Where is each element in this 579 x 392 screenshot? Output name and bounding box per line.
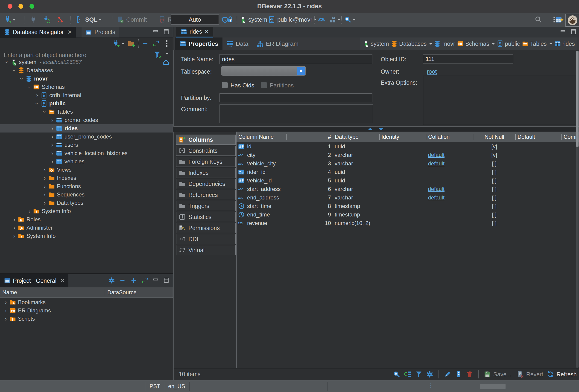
active-schema-select[interactable]: public@movr: [268, 16, 316, 23]
collation-default-link[interactable]: default: [428, 160, 444, 167]
save-label[interactable]: Save ...: [493, 371, 513, 378]
filter-icon[interactable]: [154, 50, 162, 59]
view-menu-icon[interactable]: [163, 40, 170, 47]
has-oids-checkbox[interactable]: [222, 82, 228, 88]
grid-column-header-identity[interactable]: Identity: [379, 134, 426, 140]
status-grip-icon[interactable]: ⋮: [428, 382, 434, 389]
editor-tab-rides[interactable]: rides ✕: [176, 27, 213, 38]
breadcrumb-public[interactable]: public: [497, 40, 520, 47]
user-profile-button[interactable]: [565, 14, 579, 27]
chevron-right-icon[interactable]: ›: [11, 224, 18, 231]
chevron-right-icon[interactable]: ›: [11, 232, 18, 239]
chevron-right-icon[interactable]: ›: [49, 158, 56, 165]
breadcrumb-databases[interactable]: Databases: [391, 40, 432, 47]
grid-row-end-time[interactable]: end_time9timestamp[ ]: [236, 210, 579, 219]
sql-editor-button[interactable]: SQL: [76, 16, 102, 23]
grid-row-rider-id[interactable]: rider_id4uuid[ ]: [236, 168, 579, 176]
project-item-bookmarks[interactable]: ›Bookmarks: [0, 298, 173, 306]
collation-default-link[interactable]: default: [428, 194, 444, 201]
compile-button[interactable]: [329, 16, 340, 23]
link-with-editor-icon[interactable]: [152, 40, 160, 47]
connect-button[interactable]: [29, 16, 37, 23]
breadcrumb-movr[interactable]: movr: [434, 40, 455, 47]
chevron-right-icon[interactable]: ›: [49, 133, 56, 140]
chevron-down-icon[interactable]: ›: [34, 100, 41, 107]
tree-item-system-info[interactable]: ›System Info: [0, 207, 173, 215]
tab-projects[interactable]: Projects: [81, 27, 119, 38]
grid-column-header--[interactable]: #: [286, 134, 333, 140]
table-name-input[interactable]: [219, 54, 372, 64]
tree-item-roles[interactable]: ›Roles: [0, 215, 173, 224]
tablespace-select[interactable]: [221, 66, 306, 76]
grid-column-header-not-null[interactable]: Not Null: [473, 134, 515, 140]
grid-column-header-collation[interactable]: Collation: [426, 134, 473, 140]
new-connection-icon[interactable]: [112, 40, 120, 47]
chevron-right-icon[interactable]: ›: [26, 208, 33, 215]
tree-item-system[interactable]: ›system- localhost:26257: [0, 58, 173, 66]
chevron-down-icon[interactable]: [166, 53, 169, 56]
subtab-properties[interactable]: Properties: [175, 38, 222, 50]
grid-row-vehicle-id[interactable]: vehicle_id5uuid[ ]: [236, 176, 579, 185]
extra-options-textarea[interactable]: [423, 76, 576, 125]
grid-column-header-column-name[interactable]: Column Name: [236, 134, 286, 140]
partition-by-input[interactable]: [219, 93, 372, 102]
chevron-down-icon[interactable]: [492, 43, 495, 46]
side-tab-foreign-keys[interactable]: Foreign Keys: [176, 157, 236, 167]
edit-icon[interactable]: [444, 371, 451, 378]
chevron-right-icon[interactable]: ›: [49, 150, 56, 157]
tree-item-sequences[interactable]: ›Sequences: [0, 190, 173, 199]
delete-icon[interactable]: [466, 371, 473, 378]
tree-item-user-promo-codes[interactable]: ›user_promo_codes: [0, 132, 173, 141]
subtab-data[interactable]: Data: [222, 38, 253, 50]
side-tab-indexes[interactable]: Indexes: [176, 168, 236, 178]
grid-row-start-address[interactable]: ABCstart_address6varchardefault[ ]: [236, 185, 579, 193]
chevron-right-icon[interactable]: ›: [41, 166, 48, 173]
object-id-input[interactable]: [423, 54, 513, 63]
new-connection-button[interactable]: [4, 16, 16, 23]
chevron-down-icon[interactable]: [429, 43, 432, 46]
chevron-right-icon[interactable]: ›: [41, 183, 48, 190]
maximize-panel-icon[interactable]: [570, 29, 577, 35]
grid-row-start-time[interactable]: start_time8timestamp[ ]: [236, 202, 579, 210]
tree-item-users[interactable]: ›users: [0, 141, 173, 149]
tree-item-movr[interactable]: ›movr: [0, 74, 173, 83]
chevron-right-icon[interactable]: ›: [41, 191, 48, 198]
chevron-right-icon[interactable]: ›: [49, 141, 56, 148]
tab-project-general[interactable]: Project - General ✕: [0, 274, 69, 287]
revert-icon[interactable]: [516, 371, 524, 378]
grid-row-id[interactable]: id1uuid[v]: [236, 142, 579, 151]
chevron-down-icon[interactable]: ›: [3, 59, 10, 65]
close-icon[interactable]: ✕: [68, 29, 72, 35]
chevron-right-icon[interactable]: ›: [41, 175, 48, 181]
tree-item-vehicles[interactable]: ›vehicles: [0, 157, 173, 166]
tree-item-views[interactable]: ›Views: [0, 166, 173, 174]
chevron-down-icon[interactable]: ›: [18, 75, 25, 82]
open-perspective-button[interactable]: [555, 16, 564, 24]
transaction-history-button[interactable]: [221, 16, 233, 23]
grid-row-city[interactable]: ABCcity2varchardefault[v]: [236, 151, 579, 159]
collapse-all-icon[interactable]: [119, 277, 126, 284]
refresh-label[interactable]: Refresh: [556, 371, 577, 378]
expand-all-icon[interactable]: [130, 277, 137, 284]
chevron-down-icon[interactable]: ›: [11, 67, 18, 74]
chevron-right-icon[interactable]: ›: [49, 125, 56, 132]
data-search-button[interactable]: [344, 16, 356, 23]
revert-label[interactable]: Revert: [526, 371, 543, 378]
grid-row-revenue[interactable]: 123revenue10numeric(10, 2)[ ]: [236, 219, 579, 227]
collation-default-link[interactable]: default: [428, 152, 444, 158]
sash-divider[interactable]: [173, 126, 579, 132]
side-tab-virtual[interactable]: Virtual: [176, 245, 236, 255]
view-columns-icon[interactable]: [455, 371, 462, 378]
refresh-columns-icon[interactable]: [404, 371, 411, 378]
side-tab-references[interactable]: References: [176, 190, 236, 200]
tree-item-data-types[interactable]: ›Data types: [0, 199, 173, 207]
close-icon[interactable]: ✕: [204, 28, 209, 35]
collation-default-link[interactable]: default: [428, 186, 444, 192]
status-locale[interactable]: en_US: [164, 383, 189, 390]
subtab-er-diagram[interactable]: ER Diagram: [253, 38, 303, 50]
dashboard-button[interactable]: [318, 16, 325, 23]
project-item-er-diagrams[interactable]: ›ER Diagrams: [0, 306, 173, 315]
breadcrumb-rides[interactable]: rides: [554, 40, 575, 47]
chevron-down-icon[interactable]: ›: [26, 84, 33, 90]
gear-icon[interactable]: [108, 277, 115, 284]
